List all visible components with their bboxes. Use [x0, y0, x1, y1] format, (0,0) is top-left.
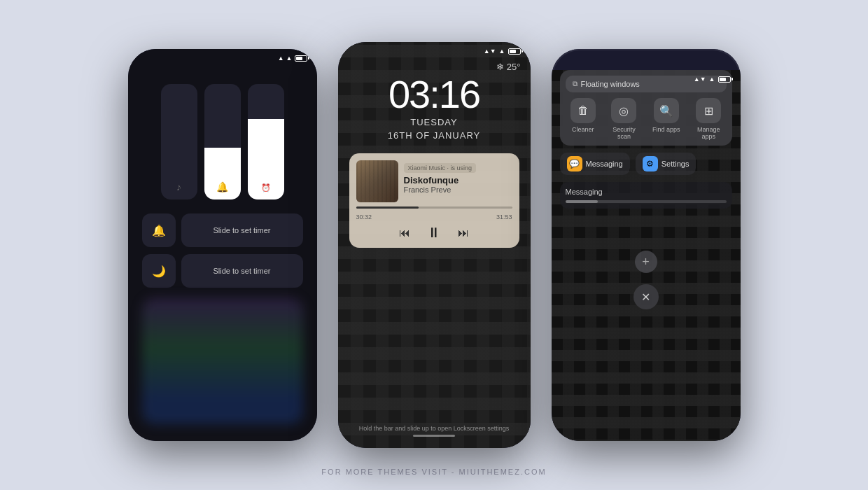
battery-fill-2 [510, 50, 517, 53]
battery-fill [296, 57, 303, 60]
notification-slide-btn[interactable]: Slide to set timer [181, 214, 303, 247]
signal-icon: ▲ [278, 55, 284, 62]
find-apps-icon: 🔍 [654, 98, 679, 123]
phone1-screen: ▲ ▲ ♪ 🔔 [128, 49, 317, 441]
sound-sliders: ♪ 🔔 ⏰ [128, 49, 317, 214]
battery-icon-3 [718, 76, 731, 83]
wifi-icon-2: ▲ [499, 48, 505, 55]
watermark: FOR MORE THEMES VISIT - MIUITHEMEZ.COM [321, 468, 546, 476]
music-progress-bar[interactable] [356, 206, 512, 209]
lock-day: TUESDAY [338, 117, 531, 127]
messaging-progress-fill [566, 200, 598, 203]
settings-window-tab[interactable]: ⚙ Settings [636, 153, 696, 175]
music-title: Diskofunque [404, 175, 512, 186]
notification-btn[interactable]: 🔔 [142, 214, 176, 247]
music-icon: ♪ [176, 181, 181, 192]
manage-apps-label: Manageapps [697, 126, 720, 140]
music-app-name: Xiaomi Music · is using [404, 163, 477, 173]
phone3-status-bar: ▲▼ ▲ [552, 70, 741, 85]
music-current-time: 30:32 [356, 214, 372, 220]
wifi-icon: ▲ [286, 55, 293, 62]
music-top: Xiaomi Music · is using Diskofunque Fran… [356, 160, 512, 202]
sleep-slide-btn[interactable]: Slide to set timer [181, 254, 303, 288]
phone-3: ▲▼ ▲ ⧉ Floating windows [552, 49, 741, 441]
alarm-icon: ⏰ [261, 183, 271, 192]
settings-icon-symbol: ⚙ [646, 159, 654, 169]
wifi-icon-3: ▲ [709, 76, 715, 83]
phone1-background: ▲ ▲ ♪ 🔔 [128, 49, 317, 441]
bell-icon: 🔔 [152, 224, 166, 237]
moon-icon: 🌙 [152, 265, 166, 278]
prev-button[interactable]: ⏮ [399, 227, 410, 239]
weather-temp: 25° [507, 62, 521, 72]
signal-icon-2: ▲▼ [484, 48, 496, 55]
phones-container: ▲ ▲ ♪ 🔔 [128, 42, 741, 448]
messaging-window-tab[interactable]: 💬 Messaging [560, 153, 630, 175]
phone2-background: ▲▼ ▲ ❄ 25° 03:16 TUESDAY 16TH OF JAN [338, 42, 531, 448]
music-times: 30:32 31:53 [356, 214, 512, 220]
background: ▲ ▲ ♪ 🔔 [0, 0, 868, 490]
status-icons: ▲ ▲ [278, 55, 307, 62]
sleep-timer-row: 🌙 Slide to set timer [142, 254, 303, 288]
notification-slider[interactable]: 🔔 [204, 84, 241, 200]
fw-tools: 🗑 Cleaner ◎ Securityscan 🔍 Find apps [560, 92, 732, 146]
security-scan-label: Securityscan [612, 126, 636, 140]
lock-time: 03:16 [338, 75, 531, 114]
battery-icon-2 [508, 48, 521, 55]
music-slider[interactable]: ♪ [161, 84, 197, 200]
pause-button[interactable]: ⏸ [427, 225, 441, 241]
next-button[interactable]: ⏭ [458, 227, 469, 239]
signal-icon-3: ▲▼ [694, 76, 706, 83]
phone-2: ▲▼ ▲ ❄ 25° 03:16 TUESDAY 16TH OF JAN [338, 42, 531, 448]
blurred-apps-area [142, 298, 303, 424]
cleaner-label: Cleaner [572, 126, 594, 133]
notification-icon: 🔔 [216, 181, 228, 192]
lock-date: 16TH OF JANUARY [338, 130, 531, 141]
fw-tool-manage[interactable]: ⊞ Manageapps [696, 98, 721, 140]
lock-hint-text: Hold the bar and slide up to open Locksc… [359, 425, 510, 432]
music-progress-fill [356, 206, 419, 209]
sleep-slide-label: Slide to set timer [214, 267, 271, 275]
sleep-btn[interactable]: 🌙 [142, 254, 176, 288]
messaging-app-icon: 💬 [567, 156, 582, 172]
messaging-window-title: Messaging [566, 188, 727, 196]
phone2-status-bar: ▲▼ ▲ [338, 42, 531, 57]
fw-tool-find[interactable]: 🔍 Find apps [652, 98, 680, 140]
settings-app-label: Settings [662, 160, 690, 168]
phone3-screen: ▲▼ ▲ ⧉ Floating windows [552, 49, 741, 441]
add-window-button[interactable]: + [635, 251, 657, 273]
find-apps-label: Find apps [652, 126, 680, 133]
album-art-overlay [356, 160, 398, 202]
messaging-window-content: Messaging [560, 182, 732, 209]
fw-tool-cleaner[interactable]: 🗑 Cleaner [570, 98, 596, 140]
messaging-icon-symbol: 💬 [569, 159, 580, 169]
music-player: Xiaomi Music · is using Diskofunque Fran… [349, 153, 519, 248]
security-scan-icon: ◎ [611, 98, 636, 123]
lock-bar [413, 435, 455, 437]
weather-icon: ❄ [496, 62, 504, 72]
manage-apps-icon: ⊞ [696, 98, 721, 123]
battery-fill-3 [720, 78, 727, 81]
settings-app-icon: ⚙ [643, 156, 658, 172]
phone1-status-bar: ▲ ▲ [128, 49, 317, 64]
phone3-background: ▲▼ ▲ ⧉ Floating windows [552, 70, 741, 441]
cleaner-icon: 🗑 [570, 98, 596, 123]
music-controls: ⏮ ⏸ ⏭ [356, 225, 512, 241]
app-windows: 💬 Messaging ⚙ Settings [552, 146, 741, 175]
album-art [356, 160, 398, 202]
fw-tool-security[interactable]: ◎ Securityscan [611, 98, 636, 140]
messaging-app-label: Messaging [586, 160, 623, 168]
notification-slide-label: Slide to set timer [214, 226, 271, 234]
close-floating-button[interactable]: ✕ [634, 284, 659, 309]
phone2-screen: ▲▼ ▲ ❄ 25° 03:16 TUESDAY 16TH OF JAN [338, 42, 531, 448]
phone-1: ▲ ▲ ♪ 🔔 [128, 49, 317, 441]
alarm-slider[interactable]: ⏰ [248, 84, 284, 200]
messaging-progress-bar [566, 200, 727, 203]
music-artist: Francis Preve [404, 186, 512, 194]
notification-timer-row: 🔔 Slide to set timer [142, 214, 303, 247]
music-info: Xiaomi Music · is using Diskofunque Fran… [404, 160, 512, 194]
lock-hint: Hold the bar and slide up to open Locksc… [338, 425, 531, 437]
sound-buttons: 🔔 Slide to set timer 🌙 Slide to se [128, 214, 317, 288]
music-total-time: 31:53 [496, 214, 512, 220]
battery-icon [295, 55, 307, 62]
